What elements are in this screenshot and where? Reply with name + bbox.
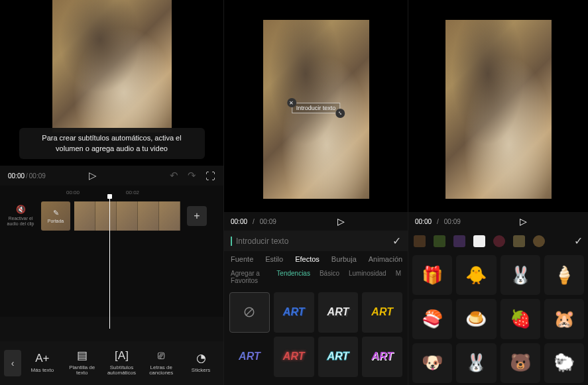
sticker-category-tabs: ✓ (408, 231, 588, 251)
time-current: 00:00 (8, 172, 25, 180)
effect-categories: Agregar a Favoritos Tendencias Básico Lu… (224, 267, 408, 287)
sticker-cat-7[interactable] (533, 235, 545, 247)
text-tabs: Fuente Estilo Efectos Burbuja Animación (224, 251, 408, 267)
sticker-cat-1[interactable] (414, 235, 426, 247)
video-preview[interactable] (408, 0, 588, 212)
text-overlay-box[interactable]: ✕ Introducir texto ⤡ (292, 103, 341, 113)
sticker-item[interactable]: 🍓 (500, 299, 540, 339)
sticker-cat-2[interactable] (434, 235, 445, 247)
sticker-cat-4[interactable] (473, 235, 485, 247)
time-total: 00:09 (444, 218, 461, 225)
effect-item[interactable]: ART (318, 337, 359, 377)
sticker-item[interactable]: 🐻 (500, 343, 540, 383)
sticker-item[interactable]: 🐶 (412, 343, 452, 383)
playback-controls: 00:00 / 00:09 ▷ (408, 212, 588, 231)
tool-subtitulos[interactable]: [A]Subtítulos automáticos (103, 350, 141, 376)
tool-letras[interactable]: ⎚Letras de canciones (143, 350, 180, 376)
editor-main-panel: Para crear subtítulos automáticos, activ… (0, 0, 223, 385)
effect-none[interactable] (229, 292, 270, 333)
speaker-off-icon: 🔇 (4, 205, 37, 214)
sticker-cat-5[interactable] (493, 235, 505, 247)
video-clip[interactable] (74, 201, 180, 231)
back-button[interactable]: ‹ (4, 350, 21, 376)
sticker-item[interactable]: 🐥 (456, 255, 496, 295)
preview-frame (52, 0, 172, 133)
edit-icon: ✎ (53, 209, 59, 217)
tab-estilo[interactable]: Estilo (265, 255, 283, 263)
text-input[interactable] (231, 237, 387, 246)
time-current: 00:00 (231, 218, 247, 225)
text-plus-icon: A+ (35, 353, 49, 365)
ruler-tick: 00:02 (126, 190, 139, 199)
subtitle-tooltip: Para crear subtítulos automáticos, activ… (19, 128, 205, 159)
effects-grid: ART ART ART ART ART ART ART (224, 287, 408, 382)
fullscreen-button[interactable]: ⛶ (206, 170, 215, 182)
add-clip-button[interactable]: + (187, 206, 207, 226)
playback-controls: 00:00 / 00:09 ▷ ↶ ↷ ⛶ (0, 166, 223, 186)
redo-button[interactable]: ↷ (188, 170, 196, 182)
sticker-item[interactable]: 🐑 (544, 343, 584, 383)
cover-label: Portada (48, 219, 64, 223)
template-icon: ▤ (77, 350, 88, 362)
undo-button[interactable]: ↶ (170, 170, 178, 182)
tool-mas-texto[interactable]: A+Más texto (24, 353, 61, 373)
tool-stickers[interactable]: ◔Stickers (182, 353, 219, 373)
ruler-tick: 00:00 (66, 190, 80, 199)
playhead[interactable] (109, 196, 110, 329)
resize-handle[interactable]: ⤡ (335, 109, 345, 118)
playback-controls: 00:00 / 00:09 ▷ (224, 212, 408, 231)
preview-frame: ✕ Introducir texto ⤡ (263, 20, 369, 199)
text-effects-panel: ✕ 1080P▾ ⇧ ✕ Introducir texto ⤡ 00:00 / … (223, 0, 408, 385)
time-current: 00:00 (415, 218, 432, 225)
sticker-item[interactable]: 🐰 (456, 343, 496, 383)
sticker-item[interactable]: 🐹 (544, 299, 584, 339)
subtab-tendencias[interactable]: Tendencias (276, 270, 310, 284)
sticker-cat-6[interactable] (513, 235, 525, 247)
text-input-row: ✓ (224, 231, 408, 251)
confirm-button[interactable]: ✓ (574, 235, 583, 247)
svg-line-1 (246, 309, 253, 316)
effect-item[interactable]: ART (362, 292, 402, 333)
clip-audio-toggle[interactable]: 🔇 Reactivar el audio del clip (4, 205, 37, 227)
tab-fuente[interactable]: Fuente (231, 255, 253, 263)
overlay-text-label: Introducir texto (296, 105, 336, 111)
mute-label: Reactivar el audio del clip (7, 216, 34, 226)
delete-text-button[interactable]: ✕ (287, 98, 296, 107)
confirm-button[interactable]: ✓ (392, 235, 401, 247)
sticker-item[interactable]: 🐰 (500, 255, 540, 295)
bottom-toolbar: ‹ A+Más texto ▤Plantilla de texto [A]Sub… (0, 341, 223, 385)
effect-item[interactable]: ART (318, 292, 359, 333)
sticker-grid: 🎁 🐥 🐰 🍦 🍣 🍮 🍓 🐹 🐶 🐰 🐻 🐑 (408, 251, 588, 385)
sticker-item[interactable]: 🎁 (412, 255, 452, 295)
cover-button[interactable]: ✎ Portada (41, 201, 70, 231)
sticker-item[interactable]: 🍦 (544, 255, 584, 295)
effect-item[interactable]: ART (274, 292, 314, 333)
play-button[interactable]: ▷ (520, 216, 527, 227)
sticker-item[interactable]: 🍮 (456, 299, 496, 339)
video-preview[interactable]: Para crear subtítulos automáticos, activ… (0, 0, 223, 166)
time-total: 00:09 (29, 172, 46, 180)
subtab-luminosidad[interactable]: Luminosidad (349, 270, 386, 284)
subtab-basico[interactable]: Básico (320, 270, 339, 284)
effect-item[interactable]: ART (362, 337, 402, 377)
effect-item[interactable]: ART (274, 337, 314, 377)
subtab-favoritos[interactable]: Agregar a Favoritos (231, 270, 267, 284)
effect-item[interactable]: ART (229, 337, 270, 377)
auto-caption-icon: [A] (115, 350, 129, 362)
tab-efectos[interactable]: Efectos (295, 255, 320, 263)
time-total: 00:09 (260, 218, 276, 225)
play-button[interactable]: ▷ (89, 170, 97, 182)
preview-frame (445, 20, 552, 199)
tab-burbuja[interactable]: Burbuja (331, 255, 357, 263)
video-preview[interactable]: ✕ Introducir texto ⤡ (224, 0, 408, 212)
subtab-m[interactable]: M (396, 270, 401, 284)
sticker-icon: ◔ (196, 353, 206, 365)
timeline[interactable]: 00:00 00:02 🔇 Reactivar el audio del cli… (0, 186, 223, 317)
tool-plantilla[interactable]: ▤Plantilla de texto (64, 350, 101, 376)
sticker-item[interactable]: 🍣 (412, 299, 452, 339)
lyrics-icon: ⎚ (158, 350, 164, 362)
sticker-cat-3[interactable] (453, 235, 465, 247)
play-button[interactable]: ▷ (337, 216, 345, 227)
tab-animacion[interactable]: Animación (369, 255, 402, 263)
stickers-panel: ✕ 1080P▾ ⇧ 00:00 / 00:09 ▷ ✓ 🎁 🐥 🐰 🍦 🍣 🍮… (408, 0, 588, 385)
